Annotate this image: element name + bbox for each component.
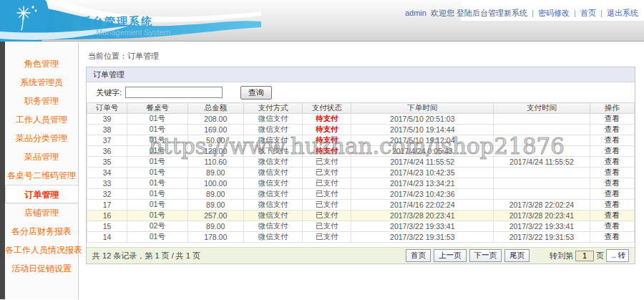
amount-cell: 128.00 xyxy=(187,146,243,157)
action-cell: 查看 xyxy=(590,157,634,168)
pay-method-cell: 微信支付 xyxy=(243,221,302,232)
sidebar-item-shop[interactable]: 店铺管理 xyxy=(5,203,78,222)
table-no-cell: 01号 xyxy=(127,157,187,168)
pay-time-cell xyxy=(494,189,590,200)
welcome-text: 欢迎您 登陆后台管理新系统 xyxy=(431,9,527,17)
table-no-cell: 01号 xyxy=(127,146,187,157)
amount-cell: 178.00 xyxy=(187,232,243,243)
action-cell: 查看 xyxy=(590,135,634,146)
order-id-cell: 39 xyxy=(87,114,127,125)
sidebar-item-role[interactable]: 角色管理 xyxy=(5,54,78,73)
view-order-link[interactable]: 查看 xyxy=(605,135,620,144)
change-password-link[interactable]: 密码修改 xyxy=(538,9,570,17)
pay-method-cell: 微信支付 xyxy=(243,189,302,200)
order-time-cell: 2017/4/23 10:42:36 xyxy=(351,189,494,200)
app-window: 后台管理系统 Management System admin 欢迎您 登陆后台管… xyxy=(0,0,644,300)
view-order-link[interactable]: 查看 xyxy=(605,157,620,165)
view-order-link[interactable]: 查看 xyxy=(605,168,620,176)
view-order-link[interactable]: 查看 xyxy=(605,125,620,133)
status-cell: 已支付 xyxy=(303,221,351,232)
action-cell: 查看 xyxy=(590,146,634,157)
order-id-cell: 36 xyxy=(87,146,127,157)
orders-table: 订单号餐桌号总金额支付方式支付状态下单时间支付时间操作 3901号208.00微… xyxy=(87,102,635,243)
amount-cell: 50.00 xyxy=(187,135,243,146)
go-button[interactable]: →转 xyxy=(606,249,629,262)
sidebar-item-promotion[interactable]: 活动日促销设置 xyxy=(5,259,78,278)
amount-cell: 89.00 xyxy=(187,200,243,211)
sidebar-item-dish[interactable]: 菜品管理 xyxy=(5,147,78,166)
sidebar-item-orders[interactable]: 订单管理 xyxy=(5,185,79,203)
pay-method-cell: 微信支付 xyxy=(243,200,302,211)
pager-controls: 首页上一页下一页尾页 转到第 页 →转 xyxy=(406,249,629,262)
action-cell: 查看 xyxy=(590,168,634,178)
view-order-link[interactable]: 查看 xyxy=(605,189,620,198)
payment-status-badge: 已支付 xyxy=(316,157,338,165)
home-link[interactable]: 首页 xyxy=(580,9,596,17)
view-order-link[interactable]: 查看 xyxy=(605,211,620,219)
keyword-input[interactable] xyxy=(125,87,223,98)
status-cell: 已支付 xyxy=(303,200,351,211)
last-page-button[interactable]: 尾页 xyxy=(504,249,530,262)
order-id-cell: 16 xyxy=(87,211,127,221)
pay-time-cell: 2017/3/22 19:33:41 xyxy=(494,221,590,232)
action-cell: 查看 xyxy=(590,232,634,243)
view-order-link[interactable]: 查看 xyxy=(605,232,620,241)
goto-page-input[interactable] xyxy=(575,251,594,261)
sidebar-item-dish-category[interactable]: 菜品分类管理 xyxy=(5,129,78,147)
view-order-link[interactable]: 查看 xyxy=(605,146,620,155)
table-header-row: 订单号餐桌号总金额支付方式支付状态下单时间支付时间操作 xyxy=(87,103,635,114)
view-order-link[interactable]: 查看 xyxy=(605,178,620,187)
order-time-cell: 2017/4/23 10:42:35 xyxy=(351,168,494,178)
table-row: 1401号178.00微信支付已支付2017/3/22 19:31:532017… xyxy=(87,232,635,243)
action-cell: 查看 xyxy=(590,211,634,221)
status-cell: 已支付 xyxy=(303,168,351,178)
pay-method-cell: 线下支付 xyxy=(243,146,302,157)
separator: | xyxy=(574,9,576,17)
amount-cell: 89.00 xyxy=(187,189,243,200)
pay-time-cell: 2017/4/24 11:55:52 xyxy=(494,157,590,168)
view-order-link[interactable]: 查看 xyxy=(605,221,620,230)
order-time-cell: 2017/5/10 19:12:04 xyxy=(351,135,494,146)
search-row: 关键字: 查询 xyxy=(87,82,635,102)
sidebar-item-sys-admin[interactable]: 系统管理员 xyxy=(5,73,78,92)
pay-time-cell xyxy=(494,135,590,146)
search-button[interactable]: 查询 xyxy=(240,86,272,100)
goto-suffix-label: 页 xyxy=(596,251,604,261)
table-row: 3901号208.00微信支付待支付2017/5/10 20:51:03查看 xyxy=(87,114,635,125)
col-pay-method: 支付方式 xyxy=(243,103,302,114)
amount-cell: 169.00 xyxy=(187,125,243,135)
action-cell: 查看 xyxy=(590,200,634,211)
pay-time-cell xyxy=(494,125,590,135)
first-page-button[interactable]: 首页 xyxy=(406,249,431,262)
view-order-link[interactable]: 查看 xyxy=(605,200,620,208)
breadcrumb: 当前位置：订单管理 xyxy=(79,42,644,67)
table-no-cell: 01号 xyxy=(127,125,187,135)
pay-method-cell: 微信支付 xyxy=(243,157,302,168)
sidebar-item-table-qrcode[interactable]: 各桌号二维码管理 xyxy=(5,166,78,185)
order-time-cell: 2017/3/22 19:31:53 xyxy=(351,232,494,243)
pay-method-cell: 微信支付 xyxy=(243,114,302,125)
sidebar-item-branch-finance[interactable]: 各分店财务报表 xyxy=(5,222,78,241)
table-no-cell: 01号 xyxy=(127,135,187,146)
sidebar-item-position[interactable]: 职务管理 xyxy=(5,92,78,110)
next-page-button[interactable]: 下一页 xyxy=(469,249,502,262)
page-body: 角色管理系统管理员职务管理工作人员管理菜品分类管理菜品管理各桌号二维码管理订单管… xyxy=(0,42,644,299)
top-header: 后台管理系统 Management System admin 欢迎您 登陆后台管… xyxy=(0,0,644,42)
orders-tbody: 3901号208.00微信支付待支付2017/5/10 20:51:03查看38… xyxy=(87,114,635,243)
sidebar-item-staff[interactable]: 工作人员管理 xyxy=(5,110,78,129)
view-order-link[interactable]: 查看 xyxy=(605,114,620,122)
order-id-cell: 37 xyxy=(87,135,127,146)
table-row: 3601号128.00线下支付待支付2017/4/24 0:05:43查看 xyxy=(87,146,635,157)
order-id-cell: 33 xyxy=(87,178,127,189)
table-no-cell: 01号 xyxy=(127,178,187,189)
pay-method-cell: 微信支付 xyxy=(243,125,302,135)
logout-link[interactable]: 退出系统 xyxy=(607,9,638,17)
action-cell: 查看 xyxy=(590,189,634,200)
sidebar-item-staff-report[interactable]: 各工作人员情况报表 xyxy=(5,241,78,259)
payment-status-badge: 已支付 xyxy=(316,221,338,230)
prev-page-button[interactable]: 上一页 xyxy=(434,249,467,262)
separator: | xyxy=(600,9,602,17)
order-time-cell: 2017/4/23 13:34:21 xyxy=(351,178,494,189)
left-dark-strip xyxy=(0,42,5,299)
status-cell: 已支付 xyxy=(303,178,351,189)
